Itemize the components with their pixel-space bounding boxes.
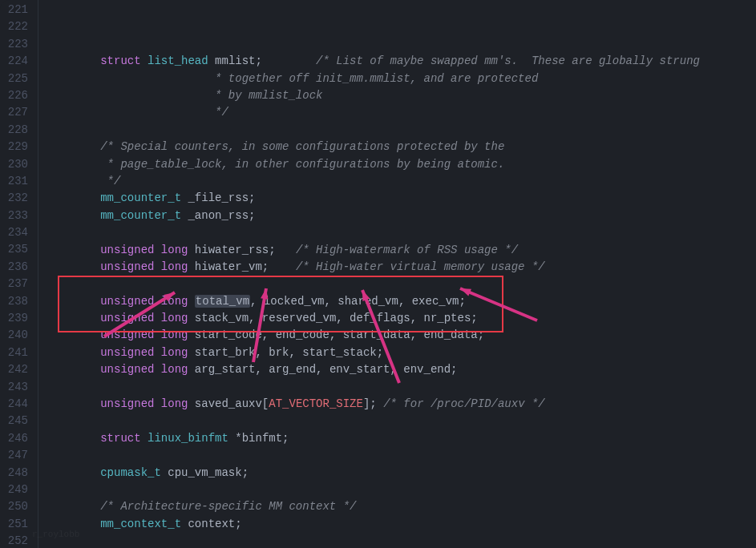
line-number: 225 <box>6 71 28 87</box>
code-line[interactable]: */ <box>46 104 756 121</box>
line-number: 223 <box>6 36 28 53</box>
line-number: 228 <box>6 122 28 139</box>
code-line[interactable]: unsigned long arg_start, arg_end, env_st… <box>46 361 756 378</box>
line-number: 237 <box>6 276 28 292</box>
code-line[interactable]: mm_context_t context; <box>46 516 756 533</box>
line-number: 235 <box>6 241 28 258</box>
code-line[interactable]: /* Architecture-specific MM context */ <box>46 498 756 515</box>
code-editor: 2212222232242252262272282292302312322332… <box>0 0 756 548</box>
code-line[interactable] <box>46 122 756 139</box>
code-line[interactable] <box>46 224 756 241</box>
line-number: 239 <box>6 310 28 327</box>
code-line[interactable]: unsigned long hiwater_vm; /* High-water … <box>46 259 756 276</box>
line-number: 222 <box>6 18 28 35</box>
line-number: 226 <box>6 87 28 104</box>
code-line[interactable]: unsigned long start_brk, brk, start_stac… <box>46 345 756 361</box>
line-number: 221 <box>6 2 28 18</box>
line-number: 251 <box>6 516 28 533</box>
code-line[interactable]: unsigned long stack_vm, reserved_vm, def… <box>46 310 756 327</box>
line-number: 252 <box>6 533 28 548</box>
code-line[interactable] <box>46 413 756 429</box>
line-number: 240 <box>6 327 28 344</box>
code-line[interactable] <box>46 482 756 498</box>
code-line[interactable]: * page_table_lock, in other configuratio… <box>46 156 756 173</box>
code-line[interactable]: mm_counter_t _anon_rss; <box>46 208 756 224</box>
code-line[interactable]: struct linux_binfmt *binfmt; <box>46 430 756 447</box>
line-number: 247 <box>6 447 28 464</box>
line-number: 233 <box>6 208 28 224</box>
line-number: 232 <box>6 190 28 207</box>
code-line[interactable]: /* Special counters, in some configurati… <box>46 139 756 155</box>
code-line[interactable]: unsigned long start_code, end_code, star… <box>46 327 756 344</box>
code-line[interactable] <box>46 447 756 464</box>
line-number: 250 <box>6 498 28 515</box>
line-number: 241 <box>6 345 28 361</box>
line-number: 244 <box>6 396 28 413</box>
line-number: 242 <box>6 361 28 378</box>
line-number: 227 <box>6 104 28 121</box>
code-line[interactable]: * together off init_mm.mmlist, and are p… <box>46 71 756 87</box>
code-line[interactable]: mm_counter_t _file_rss; <box>46 190 756 207</box>
code-line[interactable]: */ <box>46 173 756 190</box>
line-number: 238 <box>6 293 28 310</box>
line-number: 234 <box>6 224 28 241</box>
code-line[interactable]: unsigned long hiwater_rss; /* High-water… <box>46 242 756 259</box>
line-number: 236 <box>6 259 28 276</box>
code-line[interactable]: cpumask_t cpu_vm_mask; <box>46 465 756 482</box>
code-line[interactable] <box>46 276 756 292</box>
line-number: 249 <box>6 482 28 498</box>
line-number: 246 <box>6 430 28 447</box>
code-line[interactable] <box>46 533 756 548</box>
watermark: r_roylobb <box>32 526 79 543</box>
line-number: 245 <box>6 413 28 429</box>
code-line[interactable]: unsigned long total_vm, locked_vm, share… <box>46 293 756 310</box>
line-number: 224 <box>6 53 28 70</box>
line-number: 231 <box>6 173 28 190</box>
line-number: 243 <box>6 379 28 396</box>
code-line[interactable]: unsigned long saved_auxv[AT_VECTOR_SIZE]… <box>46 396 756 413</box>
line-number: 248 <box>6 465 28 482</box>
line-number: 229 <box>6 139 28 155</box>
line-number-gutter: 2212222232242252262272282292302312322332… <box>0 0 38 548</box>
code-line[interactable]: * by mmlist_lock <box>46 87 756 104</box>
line-number: 230 <box>6 156 28 173</box>
code-line[interactable] <box>46 379 756 396</box>
code-line[interactable]: struct list_head mmlist; /* List of mayb… <box>46 53 756 70</box>
code-area[interactable]: struct list_head mmlist; /* List of mayb… <box>38 0 756 548</box>
